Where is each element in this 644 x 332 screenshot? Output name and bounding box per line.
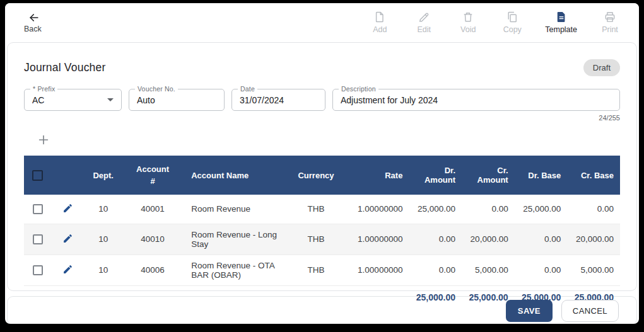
row-edit-button[interactable] <box>62 233 73 244</box>
back-button[interactable]: Back <box>24 11 42 33</box>
date-value: 31/07/2024 <box>240 95 284 105</box>
save-button[interactable]: SAVE <box>506 300 553 322</box>
col-dr-amount: Dr. Amount <box>409 156 462 195</box>
cell-dr-amount: 25,000.00 <box>409 195 462 224</box>
cell-account-name: Room Revenue - OTA BAR (OBAR) <box>184 255 291 285</box>
app-window: Back Add Edit Void Copy Template <box>5 3 639 324</box>
cell-dr-amount: 0.00 <box>409 255 462 285</box>
cell-cr-base: 0.00 <box>567 195 620 224</box>
top-toolbar: Back Add Edit Void Copy Template <box>5 3 639 41</box>
page-title: Journal Voucher <box>24 61 105 74</box>
col-dr-base: Dr. Base <box>515 156 568 195</box>
cell-account-no: 40001 <box>122 195 184 224</box>
col-account-no: Account # <box>122 156 184 195</box>
template-button[interactable]: Template <box>545 11 577 34</box>
cell-account-name: Room Revenue - Long Stay <box>184 224 291 255</box>
print-button[interactable]: Print <box>599 11 621 34</box>
cell-cr-amount: 5,000.00 <box>462 255 515 285</box>
cell-currency: THB <box>291 255 341 285</box>
voucher-no-value: Auto <box>137 95 155 105</box>
plus-icon <box>37 133 50 147</box>
row-edit-button[interactable] <box>62 264 73 275</box>
template-label: Template <box>545 25 577 34</box>
description-field[interactable]: Description Adjustment for July 2024 <box>332 89 620 111</box>
copy-button[interactable]: Copy <box>501 11 524 34</box>
add-label: Add <box>373 25 387 34</box>
status-badge: Draft <box>583 59 620 76</box>
cell-dr-base: 0.00 <box>515 224 568 255</box>
void-label: Void <box>460 25 476 34</box>
void-trash-icon <box>462 11 474 23</box>
cancel-button[interactable]: CANCEL <box>561 300 619 322</box>
journal-lines-table: Dept. Account # Account Name Currency Ra… <box>24 156 620 310</box>
chevron-down-icon <box>107 98 114 101</box>
edit-button[interactable]: Edit <box>413 11 435 34</box>
description-value: Adjustment for July 2024 <box>341 95 438 105</box>
col-currency: Currency <box>291 156 341 195</box>
col-account-name: Account Name <box>184 156 291 195</box>
print-icon <box>604 11 616 23</box>
template-document-icon <box>555 11 568 23</box>
col-cr-amount: Cr. Amount <box>462 156 515 195</box>
voucher-form: * Prefix AC Voucher No. Auto Date 31/07/… <box>24 89 620 111</box>
voucher-no-field[interactable]: Voucher No. Auto <box>129 89 225 111</box>
row-edit-button[interactable] <box>62 203 73 214</box>
back-arrow-icon <box>28 11 40 24</box>
col-edit <box>51 156 85 195</box>
table-row: 10 40006 Room Revenue - OTA BAR (OBAR) T… <box>24 255 620 285</box>
cell-cr-base: 5,000.00 <box>567 255 620 285</box>
add-document-icon <box>373 11 386 23</box>
table-row: 10 40001 Room Revenue THB 1.00000000 25,… <box>24 195 620 224</box>
back-label: Back <box>24 25 42 33</box>
cell-currency: THB <box>291 224 341 255</box>
prefix-select[interactable]: * Prefix AC <box>24 89 122 111</box>
select-all-checkbox[interactable] <box>32 170 43 181</box>
pencil-icon <box>62 233 73 244</box>
cell-dr-amount: 0.00 <box>409 224 462 255</box>
row-checkbox[interactable] <box>33 204 43 214</box>
cell-dept: 10 <box>85 224 122 255</box>
description-label: Description <box>339 85 378 93</box>
prefix-value: AC <box>32 95 44 105</box>
table-header-row: Dept. Account # Account Name Currency Ra… <box>24 156 620 195</box>
cell-rate: 1.00000000 <box>341 255 409 285</box>
add-button[interactable]: Add <box>368 11 391 34</box>
edit-pencil-icon <box>418 11 430 23</box>
table-body: 10 40001 Room Revenue THB 1.00000000 25,… <box>24 195 620 285</box>
cell-cr-base: 20,000.00 <box>567 224 620 255</box>
date-field[interactable]: Date 31/07/2024 <box>231 89 325 111</box>
pencil-icon <box>62 264 73 275</box>
table-row: 10 40010 Room Revenue - Long Stay THB 1.… <box>24 224 620 255</box>
prefix-label: * Prefix <box>30 85 57 93</box>
cell-account-no: 40010 <box>122 224 184 255</box>
copy-label: Copy <box>503 25 522 34</box>
cell-rate: 1.00000000 <box>341 195 409 224</box>
cell-dept: 10 <box>85 255 122 285</box>
print-label: Print <box>602 25 618 34</box>
cell-dr-base: 0.00 <box>515 255 568 285</box>
description-char-counter: 24/255 <box>599 114 620 122</box>
voucher-no-label: Voucher No. <box>135 85 178 93</box>
col-dept: Dept. <box>85 156 122 195</box>
journal-voucher-card: Journal Voucher Draft * Prefix AC Vouche… <box>7 42 637 291</box>
row-checkbox[interactable] <box>33 234 43 244</box>
void-button[interactable]: Void <box>457 11 479 34</box>
date-label: Date <box>238 85 257 93</box>
cell-account-name: Room Revenue <box>184 195 291 224</box>
cell-dept: 10 <box>85 195 122 224</box>
footer-action-bar: SAVE CANCEL <box>7 296 637 324</box>
row-checkbox[interactable] <box>33 265 43 275</box>
col-rate: Rate <box>341 156 409 195</box>
cell-currency: THB <box>291 195 341 224</box>
edit-label: Edit <box>417 25 431 34</box>
cell-cr-amount: 20,000.00 <box>462 224 515 255</box>
toolbar-actions: Add Edit Void Copy Template Print <box>368 11 621 34</box>
pencil-icon <box>62 203 73 214</box>
add-line-button[interactable] <box>33 130 54 149</box>
col-cr-base: Cr. Base <box>567 156 620 195</box>
copy-icon <box>506 11 518 23</box>
cell-rate: 1.00000000 <box>341 224 409 255</box>
cell-cr-amount: 0.00 <box>462 195 515 224</box>
cell-dr-base: 25,000.00 <box>515 195 568 224</box>
cell-account-no: 40006 <box>122 255 184 285</box>
